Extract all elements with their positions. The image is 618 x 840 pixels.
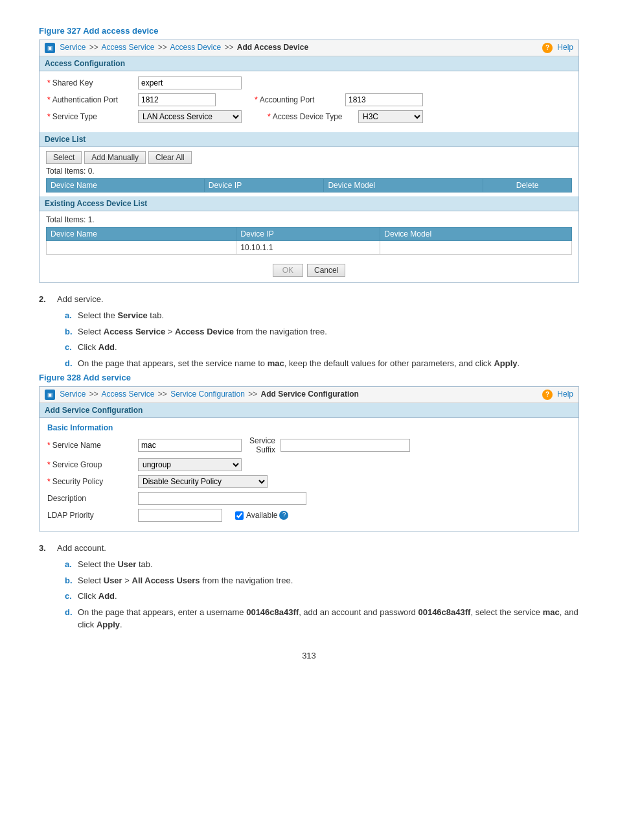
help-link-327[interactable]: Help xyxy=(557,43,573,52)
auth-port-label: Authentication Port xyxy=(52,95,118,104)
cancel-button[interactable]: Cancel xyxy=(307,264,345,277)
step-3-text: Add account. xyxy=(57,543,106,553)
cell-device-ip: 10.10.1.1 xyxy=(236,241,380,255)
security-policy-label: Security Policy xyxy=(52,477,104,486)
existing-device-list-table: Device Name Device IP Device Model 10.10… xyxy=(46,227,572,255)
col-device-model: Device Model xyxy=(324,179,483,192)
step-3a-text: Select the User tab. xyxy=(78,558,153,571)
service-group-select[interactable]: ungroup xyxy=(138,458,242,471)
step-2c-text: Click Add. xyxy=(78,341,117,354)
accounting-port-label: Accounting Port xyxy=(260,95,315,104)
step-3-substeps: a. Select the User tab. b. Select User >… xyxy=(65,558,579,631)
breadcrumb-current: Add Access Device xyxy=(237,43,308,52)
add-service-config-header: Add Service Configuration xyxy=(40,403,578,418)
letter-3a: a. xyxy=(65,558,74,571)
step-3b: b. Select User > All Access Users from t… xyxy=(65,574,579,587)
service-type-select[interactable]: LAN Access Service xyxy=(138,110,242,123)
service-group-label: Service Group xyxy=(52,460,102,469)
access-device-type-select[interactable]: H3C xyxy=(358,110,423,123)
ldap-priority-input[interactable] xyxy=(138,509,222,522)
figure-328-title: Figure 328 Add service xyxy=(39,373,579,382)
access-config-section: Access Configuration *Shared Key *Authen… xyxy=(40,56,578,132)
service-suffix-input[interactable] xyxy=(280,439,410,452)
app-icon-327: ▣ xyxy=(45,43,55,53)
sep-328-2: >> xyxy=(158,390,167,399)
existing-total-items: Total Items: 1. xyxy=(46,215,572,224)
device-list-table: Device Name Device IP Device Model Delet… xyxy=(46,178,572,192)
step-2b: b. Select Access Service > Access Device… xyxy=(65,325,579,338)
breadcrumb-328: ▣ Service >> Access Service >> Service C… xyxy=(40,387,578,403)
add-service-config-section: Add Service Configuration Basic Informat… xyxy=(40,403,578,531)
total-items-327: Total Items: 0. xyxy=(46,167,572,176)
ok-cancel-row: OK Cancel xyxy=(40,259,578,282)
step-3d: d. On the page that appears, enter a use… xyxy=(65,606,579,631)
figure-328-box: ▣ Service >> Access Service >> Service C… xyxy=(39,386,579,531)
help-link-328[interactable]: Help xyxy=(557,390,573,399)
step-2c: c. Click Add. xyxy=(65,341,579,354)
add-manually-button[interactable]: Add Manually xyxy=(84,151,146,164)
step-3d-text: On the page that appears, enter a userna… xyxy=(78,606,579,631)
letter-3c: c. xyxy=(65,590,74,603)
service-name-label: Service Name xyxy=(52,441,101,450)
table-row: 10.10.1.1 xyxy=(47,241,572,255)
service-type-label: Service Type xyxy=(52,112,97,121)
step-2-number: 2. xyxy=(39,294,52,304)
breadcrumb-328-access-service[interactable]: Access Service xyxy=(101,390,154,399)
basic-info-subheader: Basic Information xyxy=(47,423,571,432)
sep-328-3: >> xyxy=(248,390,257,399)
col-delete: Delete xyxy=(483,179,572,192)
breadcrumb-328-service-config[interactable]: Service Configuration xyxy=(170,390,245,399)
sep1: >> xyxy=(89,43,98,52)
col-exist-device-ip: Device IP xyxy=(236,228,380,241)
breadcrumb-service[interactable]: Service xyxy=(60,43,86,52)
clear-all-button[interactable]: Clear All xyxy=(148,151,192,164)
select-button[interactable]: Select xyxy=(46,151,82,164)
letter-2d: d. xyxy=(65,357,74,370)
sep-328-1: >> xyxy=(89,390,98,399)
accounting-port-input[interactable] xyxy=(345,93,423,106)
letter-3b: b. xyxy=(65,574,74,587)
step-3c-text: Click Add. xyxy=(78,590,117,603)
auth-port-input[interactable] xyxy=(138,93,216,106)
step-2-substeps: a. Select the Service tab. b. Select Acc… xyxy=(65,309,579,369)
access-device-type-label: Access Device Type xyxy=(273,112,343,121)
available-help-icon[interactable]: ? xyxy=(279,511,288,520)
device-list-section: Device List Select Add Manually Clear Al… xyxy=(40,132,578,196)
breadcrumb-328-service[interactable]: Service xyxy=(60,390,86,399)
col-device-ip: Device IP xyxy=(204,179,324,192)
step-3a: a. Select the User tab. xyxy=(65,558,579,571)
letter-2a: a. xyxy=(65,309,74,322)
ok-button[interactable]: OK xyxy=(273,264,303,277)
step-3b-text: Select User > All Access Users from the … xyxy=(78,574,293,587)
letter-2b: b. xyxy=(65,325,74,338)
app-icon-328: ▣ xyxy=(45,390,55,400)
description-label: Description xyxy=(47,494,86,503)
description-input[interactable] xyxy=(138,492,306,505)
page-footer: 313 xyxy=(39,651,579,660)
step-2d: d. On the page that appears, set the ser… xyxy=(65,357,579,370)
step-3-number: 3. xyxy=(39,543,52,553)
cell-device-model xyxy=(380,241,572,255)
step-2d-text: On the page that appears, set the servic… xyxy=(78,357,520,370)
help-icon-327: ? xyxy=(542,43,553,53)
step-2: 2. Add service. xyxy=(39,294,579,304)
access-config-header: Access Configuration xyxy=(40,56,578,71)
breadcrumb-access-device[interactable]: Access Device xyxy=(170,43,221,52)
letter-3d: d. xyxy=(65,606,74,631)
ldap-priority-label: LDAP Priority xyxy=(47,511,94,520)
step-2a-text: Select the Service tab. xyxy=(78,309,164,322)
shared-key-input[interactable] xyxy=(138,76,242,89)
col-exist-device-name: Device Name xyxy=(47,228,236,241)
step-2a: a. Select the Service tab. xyxy=(65,309,579,322)
step-3c: c. Click Add. xyxy=(65,590,579,603)
existing-device-list-section: Existing Access Device List Total Items:… xyxy=(40,196,578,259)
service-name-input[interactable] xyxy=(138,439,242,452)
available-label: Available xyxy=(246,511,277,520)
figure-327-box: ▣ Service >> Access Service >> Access De… xyxy=(39,40,579,283)
existing-device-list-header: Existing Access Device List xyxy=(40,196,578,211)
service-suffix-label: Service Suffix xyxy=(249,436,275,454)
available-checkbox[interactable] xyxy=(235,511,244,520)
shared-key-label: Shared Key xyxy=(52,78,93,88)
security-policy-select[interactable]: Disable Security Policy xyxy=(138,475,268,488)
breadcrumb-access-service[interactable]: Access Service xyxy=(101,43,154,52)
